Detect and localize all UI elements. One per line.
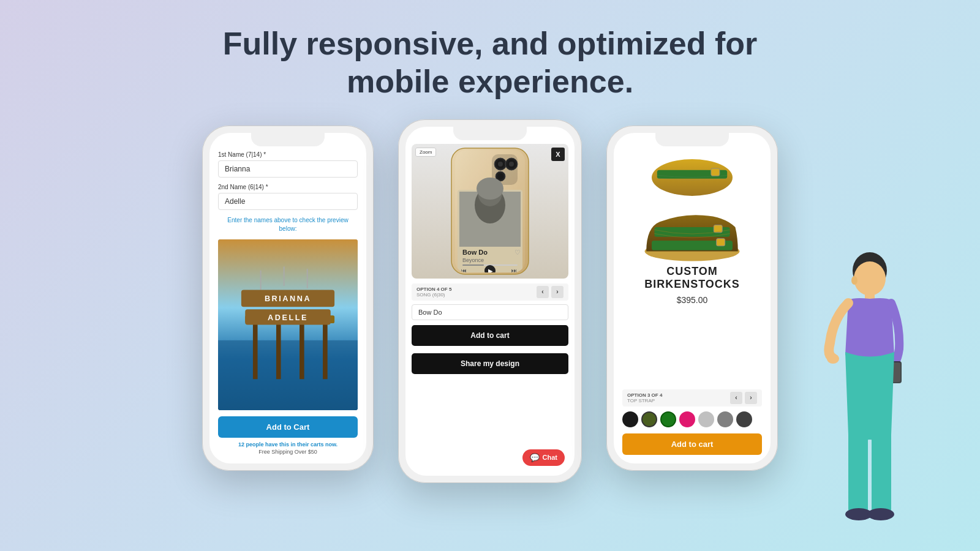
svg-point-23 — [509, 162, 514, 167]
phone-3-screen: CUSTOM BIRKENSTOCKS $395.00 OPTION 3 OF … — [614, 133, 771, 463]
field1-input[interactable]: Brianna — [218, 160, 358, 178]
option-label: OPTION 4 OF 5 SONG (6|30) — [417, 287, 451, 298]
option-selector-row: OPTION 4 OF 5 SONG (6|30) ‹ › — [412, 283, 568, 301]
shoes-images — [622, 155, 762, 265]
headline-section: Fully responsive, and optimized for mobi… — [0, 0, 980, 119]
color-swatch-pink[interactable] — [679, 411, 695, 427]
svg-point-20 — [498, 162, 503, 167]
svg-text:ADELLE: ADELLE — [268, 313, 308, 322]
svg-rect-56 — [872, 429, 891, 514]
svg-text:Bow Do: Bow Do — [462, 249, 488, 256]
svg-rect-1 — [218, 340, 358, 410]
product-display-area: CUSTOM BIRKENSTOCKS $395.00 — [622, 150, 762, 389]
phone-1: 1st Name (7|14) * Brianna 2nd Name (6|14… — [202, 126, 374, 471]
color-swatches — [622, 411, 762, 427]
color-swatch-dark-gray[interactable] — [736, 411, 752, 427]
phone-case-svg: Bow Do Beyonce ♡ ⏮ ▶ ⏭ — [450, 147, 530, 276]
field2-input[interactable]: Adelle — [218, 193, 358, 210]
add-to-cart-button[interactable]: Add to cart — [412, 325, 568, 346]
svg-rect-55 — [848, 429, 868, 514]
color-swatch-black[interactable] — [622, 411, 638, 427]
headline-line1: Fully responsive, and optimized for — [223, 26, 758, 61]
zoom-button[interactable]: Zoom — [415, 148, 436, 157]
phone-1-notch — [251, 133, 325, 146]
svg-rect-4 — [300, 317, 304, 379]
shipping-text: Free Shipping Over $50 — [218, 449, 358, 455]
option-next-button[interactable]: › — [745, 392, 757, 404]
chat-icon: 💬 — [530, 453, 540, 462]
option-type: TOP STRAP — [627, 398, 662, 403]
add-to-cart-button[interactable]: Add to cart — [622, 433, 762, 455]
phone-2: Zoom X — [398, 119, 582, 483]
svg-text:Beyonce: Beyonce — [462, 257, 484, 263]
svg-point-25 — [497, 173, 503, 179]
option-nav: ‹ › — [537, 286, 564, 298]
option-type: SONG (6|30) — [417, 292, 451, 298]
color-swatch-silver[interactable] — [698, 411, 714, 427]
headline-text: Fully responsive, and optimized for mobi… — [0, 24, 980, 101]
phone-1-screen: 1st Name (7|14) * Brianna 2nd Name (6|14… — [209, 133, 366, 463]
product-image-area: Zoom X — [412, 144, 568, 279]
social-proof-text: 12 people have this in their carts now. — [218, 441, 358, 448]
phone-2-notch — [453, 127, 527, 140]
option-number: OPTION 4 OF 5 — [417, 287, 451, 292]
svg-point-49 — [854, 261, 886, 296]
phone-3-notch — [655, 133, 729, 146]
svg-text:♡: ♡ — [514, 249, 521, 256]
option-prev-button[interactable]: ‹ — [537, 286, 549, 298]
headline-line2: mobile experience. — [347, 64, 633, 99]
phone-2-content: Zoom X — [405, 127, 575, 476]
preview-background: BRIANNA ADELLE — [218, 239, 358, 410]
svg-rect-42 — [711, 168, 720, 176]
preview-hint: Enter the names above to check the previ… — [218, 216, 358, 233]
svg-rect-35 — [462, 264, 484, 266]
phone-2-screen: Zoom X — [405, 127, 575, 476]
phone-3-content: CUSTOM BIRKENSTOCKS $395.00 OPTION 3 OF … — [614, 133, 771, 463]
svg-point-58 — [867, 508, 894, 520]
scene-svg: BRIANNA ADELLE — [218, 239, 358, 410]
person-svg — [821, 245, 919, 539]
color-swatch-green[interactable] — [660, 411, 676, 427]
close-button[interactable]: X — [551, 148, 565, 161]
person-illustration — [821, 245, 919, 551]
product-price: $395.00 — [677, 295, 708, 305]
option-info: OPTION 3 OF 4 TOP STRAP — [627, 392, 662, 403]
field2-label: 2nd Name (6|14) * — [218, 184, 358, 190]
field1-label: 1st Name (7|14) * — [218, 151, 358, 158]
phone-3: CUSTOM BIRKENSTOCKS $395.00 OPTION 3 OF … — [606, 126, 778, 471]
svg-point-50 — [851, 276, 858, 285]
svg-rect-47 — [717, 239, 725, 246]
phone-1-content: 1st Name (7|14) * Brianna 2nd Name (6|14… — [209, 133, 366, 463]
option-prev-button[interactable]: ‹ — [730, 392, 742, 404]
sandal-top-view-svg — [640, 155, 744, 198]
song-input[interactable]: Bow Do — [412, 304, 568, 320]
color-swatch-gray[interactable] — [717, 411, 733, 427]
product-title: CUSTOM BIRKENSTOCKS — [644, 265, 740, 291]
svg-point-54 — [827, 354, 839, 364]
share-design-button[interactable]: Share my design — [412, 353, 568, 374]
chat-button[interactable]: 💬 Chat — [522, 449, 565, 466]
product-preview: BRIANNA ADELLE — [218, 239, 358, 410]
option-number: OPTION 3 OF 4 — [627, 392, 662, 398]
chat-label: Chat — [543, 454, 557, 461]
add-to-cart-button[interactable]: Add to Cart — [218, 416, 358, 438]
svg-point-30 — [477, 178, 503, 200]
option-nav: ‹ › — [730, 392, 757, 404]
svg-text:BRIANNA: BRIANNA — [265, 294, 311, 303]
option-selector-row: OPTION 3 OF 4 TOP STRAP ‹ › — [622, 389, 762, 407]
color-swatch-dark-green[interactable] — [641, 411, 657, 427]
sandal-side-view-svg — [631, 200, 753, 265]
option-next-button[interactable]: › — [551, 286, 564, 298]
svg-rect-5 — [323, 321, 328, 379]
svg-rect-2 — [253, 317, 258, 379]
